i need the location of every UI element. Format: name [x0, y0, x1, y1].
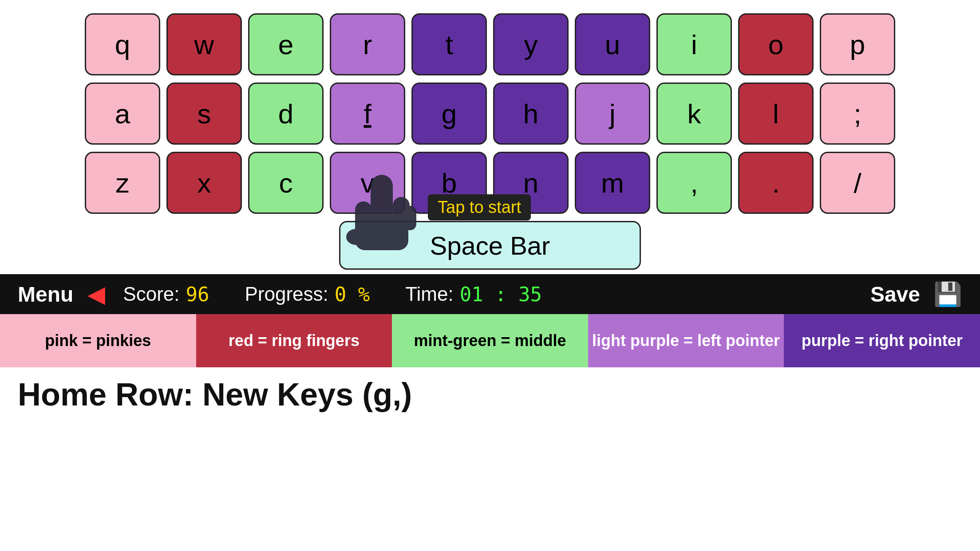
key-h[interactable]: h	[493, 83, 569, 145]
keyboard-row-2: a s d f g h j k l ;	[18, 83, 962, 145]
key-t[interactable]: t	[411, 13, 487, 75]
time-label: Time:	[405, 283, 453, 305]
key-q[interactable]: q	[85, 13, 160, 75]
time-value: 01 : 35	[460, 283, 542, 306]
back-arrow-icon[interactable]: ◀	[87, 281, 105, 307]
legend-purple: purple = right pointer	[784, 314, 980, 367]
legend-pink: pink = pinkies	[0, 314, 196, 367]
key-x[interactable]: x	[166, 152, 242, 214]
spacebar-row: Tap to start Space Bar	[18, 221, 962, 270]
score-label: Score:	[123, 283, 179, 305]
keyboard-row-1: q w e r t y u i o p	[18, 13, 962, 75]
save-icon[interactable]: 💾	[933, 281, 962, 308]
score-value: 96	[186, 283, 209, 306]
key-a[interactable]: a	[85, 83, 160, 145]
legend-red: red = ring fingers	[196, 314, 392, 367]
home-row-title: Home Row: New Keys (g,)	[0, 367, 980, 413]
legend-light-purple: light purple = left pointer	[588, 314, 784, 367]
menu-section: Menu ◀	[18, 281, 105, 307]
key-z[interactable]: z	[85, 152, 160, 214]
progress-value: 0 %	[335, 283, 370, 306]
status-bar: Menu ◀ Score: 96 Progress: 0 % Time: 01 …	[0, 274, 980, 314]
key-d[interactable]: d	[248, 83, 324, 145]
keyboard-area: q w e r t y u i o p a s d f g h j k l ;	[0, 0, 980, 274]
legend-green: mint-green = middle	[392, 314, 588, 367]
key-v[interactable]: v	[330, 152, 405, 214]
save-label[interactable]: Save	[870, 282, 920, 307]
time-section: Time: 01 : 35	[405, 283, 542, 306]
spacebar-key[interactable]: Space Bar	[339, 221, 641, 270]
tap-to-start-tooltip: Tap to start	[428, 194, 531, 220]
progress-label: Progress:	[245, 283, 328, 305]
key-j[interactable]: j	[575, 83, 650, 145]
save-section: Save 💾	[870, 281, 962, 308]
key-e[interactable]: e	[248, 13, 324, 75]
key-semicolon[interactable]: ;	[820, 83, 895, 145]
key-comma[interactable]: ,	[656, 152, 732, 214]
key-s[interactable]: s	[166, 83, 242, 145]
key-u[interactable]: u	[575, 13, 650, 75]
key-l[interactable]: l	[738, 83, 814, 145]
key-f[interactable]: f	[330, 83, 405, 145]
key-i[interactable]: i	[656, 13, 732, 75]
progress-section: Progress: 0 %	[245, 283, 370, 306]
key-p[interactable]: p	[820, 13, 895, 75]
key-r[interactable]: r	[330, 13, 405, 75]
key-m[interactable]: m	[575, 152, 650, 214]
key-slash[interactable]: /	[820, 152, 895, 214]
legend-bar: pink = pinkies red = ring fingers mint-g…	[0, 314, 980, 367]
key-c[interactable]: c	[248, 152, 324, 214]
score-section: Score: 96	[123, 283, 209, 306]
key-y[interactable]: y	[493, 13, 569, 75]
key-g[interactable]: g	[411, 83, 487, 145]
menu-label[interactable]: Menu	[18, 282, 73, 307]
key-period[interactable]: .	[738, 152, 814, 214]
key-o[interactable]: o	[738, 13, 814, 75]
key-k[interactable]: k	[656, 83, 732, 145]
key-w[interactable]: w	[166, 13, 242, 75]
